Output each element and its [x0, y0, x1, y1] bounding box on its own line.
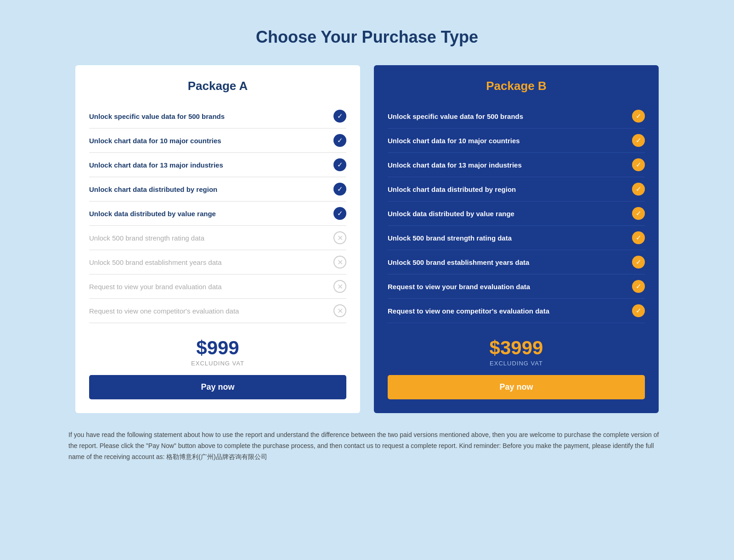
list-item: Request to view one competitor's evaluat… [388, 299, 645, 323]
feature-text: Request to view your brand evaluation da… [89, 283, 222, 291]
feature-text: Unlock 500 brand establishment years dat… [89, 258, 222, 266]
package-a-card: Package A Unlock specific value data for… [75, 65, 360, 413]
check-icon: ✓ [632, 207, 645, 220]
feature-text: Unlock data distributed by value range [388, 210, 514, 218]
package-b-pay-button[interactable]: Pay now [388, 375, 645, 399]
package-a-title: Package A [89, 79, 346, 93]
list-item: Unlock chart data for 13 major industrie… [388, 153, 645, 177]
package-a-price-section: $999 EXCLUDING VAT [89, 337, 346, 367]
package-b-title: Package B [388, 79, 645, 93]
cross-icon: ✕ [333, 256, 346, 269]
packages-container: Package A Unlock specific value data for… [45, 65, 689, 413]
check-icon: ✓ [333, 158, 346, 171]
feature-text: Unlock chart data for 13 major industrie… [89, 161, 223, 169]
list-item: Request to view one competitor's evaluat… [89, 299, 346, 323]
page-title: Choose Your Purchase Type [28, 18, 706, 47]
cross-icon: ✕ [333, 231, 346, 244]
list-item: Unlock chart data distributed by region✓ [89, 177, 346, 202]
list-item: Unlock data distributed by value range✓ [388, 202, 645, 226]
list-item: Request to view your brand evaluation da… [89, 274, 346, 299]
list-item: Unlock specific value data for 500 brand… [89, 104, 346, 129]
list-item: Unlock 500 brand strength rating data✓ [388, 226, 645, 250]
list-item: Unlock chart data for 10 major countries… [89, 129, 346, 153]
list-item: Unlock 500 brand establishment years dat… [388, 250, 645, 274]
list-item: Unlock chart data for 13 major industrie… [89, 153, 346, 177]
cross-icon: ✕ [333, 280, 346, 293]
feature-text: Unlock chart data for 10 major countries [89, 137, 221, 145]
check-icon: ✓ [632, 134, 645, 147]
feature-text: Request to view your brand evaluation da… [388, 283, 530, 291]
feature-text: Unlock chart data distributed by region [89, 185, 217, 193]
check-icon: ✓ [333, 110, 346, 123]
check-icon: ✓ [333, 183, 346, 196]
check-icon: ✓ [632, 183, 645, 196]
package-a-pay-button[interactable]: Pay now [89, 375, 346, 399]
package-b-card: Package B Unlock specific value data for… [374, 65, 659, 413]
disclaimer-text: If you have read the following statement… [68, 430, 666, 462]
feature-text: Unlock chart data for 13 major industrie… [388, 161, 522, 169]
check-icon: ✓ [333, 134, 346, 147]
list-item: Unlock 500 brand establishment years dat… [89, 250, 346, 274]
feature-text: Unlock chart data for 10 major countries [388, 137, 520, 145]
check-icon: ✓ [632, 256, 645, 269]
check-icon: ✓ [632, 304, 645, 317]
list-item: Unlock specific value data for 500 brand… [388, 104, 645, 129]
package-b-feature-list: Unlock specific value data for 500 brand… [388, 104, 645, 323]
feature-text: Request to view one competitor's evaluat… [388, 307, 549, 315]
package-a-vat: EXCLUDING VAT [89, 360, 346, 367]
check-icon: ✓ [632, 231, 645, 244]
check-icon: ✓ [632, 110, 645, 123]
check-icon: ✓ [333, 207, 346, 220]
package-a-price: $999 [89, 337, 346, 359]
list-item: Request to view your brand evaluation da… [388, 274, 645, 299]
feature-text: Unlock 500 brand strength rating data [388, 234, 512, 242]
check-icon: ✓ [632, 158, 645, 171]
feature-text: Unlock specific value data for 500 brand… [388, 112, 523, 120]
feature-text: Unlock 500 brand establishment years dat… [388, 258, 529, 266]
list-item: Unlock 500 brand strength rating data✕ [89, 226, 346, 250]
list-item: Unlock data distributed by value range✓ [89, 202, 346, 226]
feature-text: Request to view one competitor's evaluat… [89, 307, 239, 315]
list-item: Unlock chart data distributed by region✓ [388, 177, 645, 202]
feature-text: Unlock 500 brand strength rating data [89, 234, 204, 242]
list-item: Unlock chart data for 10 major countries… [388, 129, 645, 153]
check-icon: ✓ [632, 280, 645, 293]
package-b-price: $3999 [388, 337, 645, 359]
feature-text: Unlock data distributed by value range [89, 210, 216, 218]
package-b-vat: EXCLUDING VAT [388, 360, 645, 367]
feature-text: Unlock specific value data for 500 brand… [89, 112, 225, 120]
package-a-feature-list: Unlock specific value data for 500 brand… [89, 104, 346, 323]
cross-icon: ✕ [333, 304, 346, 317]
feature-text: Unlock chart data distributed by region [388, 185, 516, 193]
package-b-price-section: $3999 EXCLUDING VAT [388, 337, 645, 367]
